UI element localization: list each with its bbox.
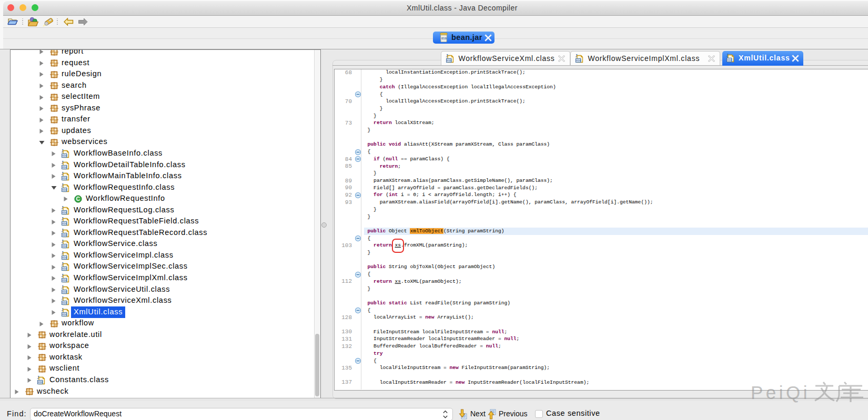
svg-text:C: C bbox=[76, 196, 80, 202]
svg-text:010: 010 bbox=[62, 177, 67, 180]
svg-text:010: 010 bbox=[62, 211, 67, 214]
svg-text:010: 010 bbox=[62, 279, 67, 282]
svg-text:010: 010 bbox=[62, 166, 67, 169]
svg-text:010: 010 bbox=[62, 301, 67, 304]
svg-text:010: 010 bbox=[62, 233, 67, 237]
svg-text:010: 010 bbox=[62, 188, 67, 191]
svg-text:010: 010 bbox=[727, 58, 732, 62]
svg-text:010: 010 bbox=[38, 381, 43, 384]
svg-text:010: 010 bbox=[62, 222, 67, 225]
svg-text:010: 010 bbox=[62, 313, 67, 316]
svg-text:010: 010 bbox=[576, 59, 581, 62]
svg-text:010: 010 bbox=[62, 245, 67, 248]
svg-text:010: 010 bbox=[62, 256, 67, 259]
svg-text:010: 010 bbox=[62, 154, 67, 157]
svg-text:010: 010 bbox=[62, 268, 67, 271]
svg-text:010: 010 bbox=[441, 37, 447, 40]
svg-text:010: 010 bbox=[62, 290, 67, 293]
svg-text:010: 010 bbox=[447, 59, 451, 62]
